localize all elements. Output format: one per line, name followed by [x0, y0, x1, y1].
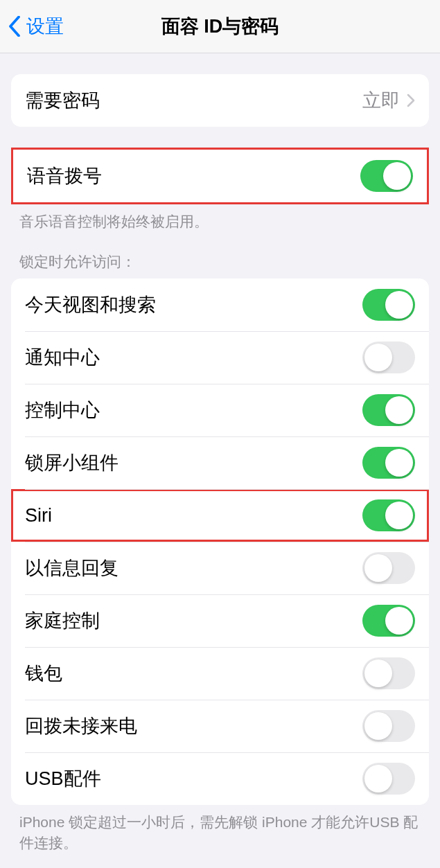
voice-dial-switch[interactable]: [360, 160, 413, 192]
lock-access-label: Siri: [25, 505, 52, 526]
voice-dial-group: 语音拨号: [11, 148, 429, 204]
lock-access-switch[interactable]: [362, 657, 415, 689]
require-passcode-label: 需要密码: [25, 88, 100, 113]
lock-access-switch[interactable]: [362, 289, 415, 321]
lock-access-row: 锁屏小组件: [11, 436, 429, 489]
lock-access-group: 今天视图和搜索通知中心控制中心锁屏小组件Siri以信息回复家庭控制钱包回拨未接来…: [11, 278, 429, 805]
require-passcode-group: 需要密码 立即: [11, 74, 429, 127]
lock-access-label: 锁屏小组件: [25, 450, 118, 475]
voice-dial-note: 音乐语音控制将始终被启用。: [0, 204, 440, 231]
lock-access-label: 回拨未接来电: [25, 714, 137, 738]
lock-access-switch[interactable]: [362, 763, 415, 795]
chevron-left-icon: [8, 16, 21, 37]
lock-access-row: 控制中心: [11, 384, 429, 436]
lock-access-row: 今天视图和搜索: [11, 278, 429, 331]
lock-access-switch[interactable]: [362, 499, 415, 531]
lock-access-label: 通知中心: [25, 345, 100, 370]
lock-access-switch[interactable]: [362, 552, 415, 584]
require-passcode-value: 立即: [362, 88, 400, 113]
lock-access-label: 控制中心: [25, 398, 100, 423]
lock-access-switch[interactable]: [362, 394, 415, 426]
require-passcode-row[interactable]: 需要密码 立即: [11, 74, 429, 127]
back-button[interactable]: 设置: [0, 14, 64, 39]
voice-dial-row: 语音拨号: [13, 150, 427, 202]
lock-access-switch[interactable]: [362, 605, 415, 637]
lock-access-label: 今天视图和搜索: [25, 292, 156, 317]
lock-access-label: USB配件: [25, 766, 101, 791]
lock-access-switch[interactable]: [362, 710, 415, 742]
lock-access-row: 以信息回复: [11, 542, 429, 594]
lock-access-switch[interactable]: [362, 342, 415, 373]
voice-dial-label: 语音拨号: [27, 163, 102, 188]
lock-access-footer: iPhone 锁定超过一小时后，需先解锁 iPhone 才能允许USB 配件连接…: [0, 805, 440, 853]
lock-access-row: 钱包: [11, 647, 429, 700]
lock-access-header: 锁定时允许访问：: [0, 231, 440, 278]
lock-access-switch[interactable]: [362, 447, 415, 479]
lock-access-row: 通知中心: [11, 331, 429, 384]
back-label: 设置: [26, 14, 64, 39]
lock-access-label: 家庭控制: [25, 608, 100, 633]
page-title: 面容 ID与密码: [161, 14, 279, 39]
lock-access-label: 以信息回复: [25, 556, 118, 581]
navbar: 设置 面容 ID与密码: [0, 0, 440, 53]
lock-access-row: USB配件: [11, 752, 429, 805]
lock-access-row: 回拨未接来电: [11, 700, 429, 752]
lock-access-row: 家庭控制: [11, 594, 429, 647]
lock-access-row: Siri: [11, 489, 429, 542]
chevron-right-icon: [407, 94, 415, 107]
lock-access-label: 钱包: [25, 661, 62, 686]
